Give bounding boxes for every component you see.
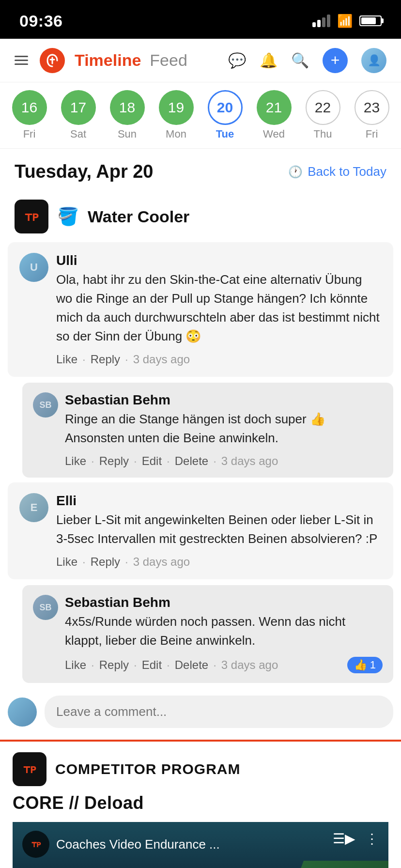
cal-label-16: Fri — [23, 128, 36, 140]
cal-day-19[interactable]: 19 Mon — [159, 90, 194, 140]
video-header: ᴛᴘ Coaches Video Endurance ... — [22, 831, 220, 858]
cal-label-20: Tue — [216, 128, 234, 140]
feed-nav[interactable]: Feed — [150, 51, 187, 70]
comment-ulli: U Ulli Ola, habt ihr zu den Skin-the-Cat… — [8, 242, 393, 377]
calendar-days: 16 Fri 17 Sat 18 Sun 19 Mon 20 Tue 21 We… — [5, 90, 396, 140]
like-badge-sebastian-2: 👍 1 — [347, 657, 383, 673]
reply-author-sebastian-2: Sebastian Behm — [65, 595, 383, 610]
wifi-icon: 📶 — [337, 14, 353, 29]
timeline-nav[interactable]: Timeline — [75, 51, 141, 70]
video-more-icon[interactable]: ⋮ — [365, 831, 379, 847]
cal-circle-19: 19 — [159, 90, 194, 125]
status-time: 09:36 — [19, 12, 62, 31]
like-button-sebastian-1[interactable]: Like — [65, 454, 86, 468]
reply-button-sebastian-1[interactable]: Reply — [99, 454, 129, 468]
comment-time-ulli: 3 days ago — [133, 353, 190, 366]
video-actions: ☰▶ ⋮ — [333, 831, 379, 847]
edit-button-sebastian-1[interactable]: Edit — [142, 454, 162, 468]
reply-author-sebastian-1: Sebastian Behm — [65, 392, 383, 408]
bell-icon[interactable]: 🔔 — [260, 52, 278, 69]
cal-label-21: Wed — [263, 128, 285, 140]
user-avatar[interactable]: 👤 — [361, 48, 386, 73]
chat-icon[interactable]: 💬 — [228, 52, 246, 69]
signal-icon — [312, 15, 330, 27]
cal-day-22[interactable]: 22 Thu — [306, 90, 340, 140]
commenter-avatar — [8, 698, 37, 727]
video-channel-title: Coaches Video Endurance ... — [56, 837, 220, 852]
competitor-logo: ᴛᴘ — [13, 752, 46, 786]
cal-label-19: Mon — [166, 128, 186, 140]
cal-label-17: Sat — [70, 128, 86, 140]
cal-day-16[interactable]: 16 Fri — [12, 90, 47, 140]
comment-author-elli: Elli — [56, 493, 382, 509]
comment-input-row — [0, 688, 401, 740]
cal-circle-22: 22 — [306, 90, 340, 125]
current-date: Tuesday, Apr 20 — [15, 161, 154, 182]
comment-input[interactable] — [45, 696, 393, 728]
avatar-ulli: U — [19, 253, 48, 282]
cal-label-22: Thu — [314, 128, 332, 140]
reply-actions-sebastian-1: Like · Reply · Edit · Delete · 3 days ag… — [65, 454, 383, 468]
reply-actions-sebastian-2: Like · Reply · Edit · Delete · 3 days ag… — [65, 657, 383, 673]
reply-time-sebastian-2: 3 days ago — [221, 658, 278, 672]
competitor-title: COMPETITOR PROGRAM — [55, 761, 240, 777]
cal-label-18: Sun — [118, 128, 137, 140]
water-cooler-header: ᴛᴘ 🪣 Water Cooler — [0, 191, 401, 242]
avatar-elli: E — [19, 493, 48, 522]
cal-day-17[interactable]: 17 Sat — [61, 90, 96, 140]
edit-button-sebastian-2[interactable]: Edit — [142, 658, 162, 672]
hamburger-menu[interactable] — [15, 56, 28, 65]
video-person-thumbnail — [267, 861, 388, 868]
avatar-sebastian-1: SB — [33, 392, 58, 418]
cal-day-20[interactable]: 20 Tue — [208, 90, 243, 140]
delete-button-sebastian-1[interactable]: Delete — [175, 454, 208, 468]
cal-day-18[interactable]: 18 Sun — [110, 90, 145, 140]
section-logo: ᴛᴘ — [15, 200, 48, 233]
reply-text-sebastian-1: Ringe an die Stange hängen ist doch supe… — [65, 410, 383, 448]
competitor-subtitle: CORE // Deload — [13, 793, 388, 813]
back-to-today-button[interactable]: 🕐 Back to Today — [288, 164, 386, 179]
competitor-program-section: ᴛᴘ COMPETITOR PROGRAM CORE // Deload ᴛᴘ … — [0, 740, 401, 868]
reply-text-sebastian-2: 4x5s/Runde würden noch passen. Wenn das … — [65, 612, 383, 650]
search-icon[interactable]: 🔍 — [291, 52, 309, 69]
comment-text-elli: Lieber L-Sit mit angewinkelten Beinen od… — [56, 511, 382, 548]
back-to-today-label: Back to Today — [308, 164, 386, 179]
video-channel-logo: ᴛᴘ — [22, 831, 49, 858]
comment-author-ulli: Ulli — [56, 253, 382, 268]
status-icons: 📶 — [312, 14, 382, 29]
cal-circle-18: 18 — [110, 90, 145, 125]
cal-circle-16: 16 — [12, 90, 47, 125]
reply-sebastian-to-ulli: SB Sebastian Behm Ringe an die Stange hä… — [22, 383, 393, 478]
like-button-elli[interactable]: Like — [56, 555, 77, 569]
add-button[interactable]: + — [323, 48, 348, 73]
reply-button-sebastian-2[interactable]: Reply — [99, 658, 129, 672]
battery-icon — [359, 16, 382, 26]
cal-circle-21: 21 — [257, 90, 292, 125]
reply-button-elli[interactable]: Reply — [91, 555, 120, 569]
header-actions: 💬 🔔 🔍 + 👤 — [228, 48, 386, 73]
like-button-ulli[interactable]: Like — [56, 353, 77, 366]
delete-button-sebastian-2[interactable]: Delete — [175, 658, 208, 672]
reply-button-ulli[interactable]: Reply — [91, 353, 120, 366]
comment-text-ulli: Ola, habt ihr zu den Skin-the-Cat eine a… — [56, 270, 382, 346]
cal-label-23: Fri — [366, 128, 378, 140]
cal-day-23[interactable]: 23 Fri — [355, 90, 389, 140]
video-playlist-icon[interactable]: ☰▶ — [333, 831, 355, 847]
cal-circle-23: 23 — [355, 90, 389, 125]
avatar-sebastian-2: SB — [33, 595, 58, 620]
cal-day-21[interactable]: 21 Wed — [257, 90, 292, 140]
header: Timeline Feed 💬 🔔 🔍 + 👤 — [0, 39, 401, 82]
cal-circle-17: 17 — [61, 90, 96, 125]
clock-icon: 🕐 — [288, 165, 303, 179]
comment-actions-elli: Like · Reply · 3 days ago — [56, 555, 382, 569]
date-heading: Tuesday, Apr 20 🕐 Back to Today — [0, 149, 401, 191]
cal-circle-20: 20 — [208, 90, 243, 125]
reply-sebastian-to-elli: SB Sebastian Behm 4x5s/Runde würden noch… — [22, 585, 393, 683]
competitor-header: ᴛᴘ COMPETITOR PROGRAM — [13, 752, 388, 786]
comment-actions-ulli: Like · Reply · 3 days ago — [56, 353, 382, 366]
like-button-sebastian-2[interactable]: Like — [65, 658, 86, 672]
calendar-strip: 16 Fri 17 Sat 18 Sun 19 Mon 20 Tue 21 We… — [0, 82, 401, 149]
reply-time-sebastian-1: 3 days ago — [221, 454, 278, 468]
video-thumbnail[interactable]: ᴛᴘ Coaches Video Endurance ... ☰▶ ⋮ COAC… — [13, 822, 388, 868]
comments-list: U Ulli Ola, habt ihr zu den Skin-the-Cat… — [0, 242, 401, 683]
